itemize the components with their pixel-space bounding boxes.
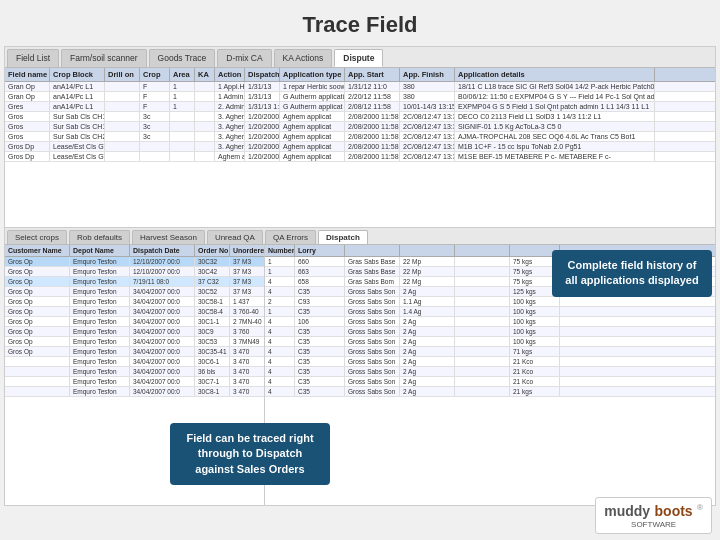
lower-table-row-right[interactable]: 4 C35 Gross Sabs Son 2 Ag 21 Kco <box>265 377 715 387</box>
cell-unordered: 3 470 <box>230 347 265 356</box>
lower-table-row[interactable]: Gros Op Emquro Tesfon 12/10/2007 00:0 30… <box>5 267 264 277</box>
upper-grid: Field name Crop Block Drill on Crop Area… <box>5 68 715 228</box>
cell-field: Gran Op <box>5 92 50 101</box>
lower-table-row-right[interactable]: 2 C93 Gross Sabs Son 1.1 Ag 100 kgs <box>265 297 715 307</box>
table-row[interactable]: Gres anA14/Pc L1 F 1 2. Admin. 1/31/13 1… <box>5 102 715 112</box>
cell-dispatch-date: 7/19/11 08:0 <box>130 277 195 286</box>
cell-action: 1 Appl.Herb. <box>215 82 245 91</box>
table-row[interactable]: Gran Op anA14/Pc L1 F 1 1 Admin. 1/31/13… <box>5 92 715 102</box>
cell-dispatch-date: 34/04/2007 00:0 <box>130 327 195 336</box>
lower-table-row-right[interactable]: 4 C35 Gross Sabs Son 2 Ag 100 kgs <box>265 337 715 347</box>
header-col4 <box>400 245 455 256</box>
cell-drill <box>105 82 140 91</box>
cell-area <box>170 152 195 161</box>
tab-goods-trace[interactable]: Goods Trace <box>149 49 216 67</box>
lower-table-row[interactable]: Gros Op Emquro Tesfon 34/04/2007 00:0 30… <box>5 317 264 327</box>
lower-table-row[interactable]: Gros Op Emquro Tesfon 34/04/2007 00:0 30… <box>5 337 264 347</box>
cell-ka <box>195 122 215 131</box>
lower-table-row-right[interactable]: 4 C35 Gross Sabs Son 2 Ag 21 kgs <box>265 387 715 397</box>
cell-app-type: Aghem applicat <box>280 122 345 131</box>
cell-unordered: 3 760-40 <box>230 307 265 316</box>
table-row[interactable]: Gros Sur Sab Cls CH1 3c 3. Aghem App. 1/… <box>5 122 715 132</box>
lower-table-row-right[interactable]: 4 C35 Gross Sabs Son 2 Ag 100 kgs <box>265 327 715 337</box>
table-row[interactable]: Gros Sur Sab Cls CH2 3c 3. Aghem App. 1/… <box>5 132 715 142</box>
table-row[interactable]: Gros Dp Lease/Est Cls GT 3. Aghem app. 1… <box>5 142 715 152</box>
lower-table-row-right[interactable]: 1 C35 Gross Sabs Son 1.4 Ag 100 kgs <box>265 307 715 317</box>
lower-tab-rob-defaults[interactable]: Rob defaults <box>69 230 130 244</box>
cell-ka <box>195 152 215 161</box>
cell-dispatch-date: 34/04/2007 00:0 <box>130 347 195 356</box>
cell-crop-block: Sur Sab Cls CH2 <box>50 132 105 141</box>
cell-ka <box>195 102 215 111</box>
cell-dispatch-date: 34/04/2007 00:0 <box>130 307 195 316</box>
lower-table-row-right[interactable]: 4 C35 Gross Sabs Son 2 Ag 21 Kco <box>265 367 715 377</box>
header-depot: Depot Name <box>70 245 130 256</box>
cell-dispatch-date: 34/04/2007 00:0 <box>130 317 195 326</box>
header-lorry: Lorry <box>295 245 345 256</box>
lower-table-row[interactable]: Gros Op Emquro Tesfon 34/04/2007 00:0 30… <box>5 297 264 307</box>
cell-crop-block: Sur Sab Cls CH1 <box>50 112 105 121</box>
cell-action: 3. Aghem App. <box>215 112 245 121</box>
header-col3 <box>345 245 400 256</box>
table-row[interactable]: Gran Op anA14/Pc L1 F 1 1 Appl.Herb. 1/3… <box>5 82 715 92</box>
cell-depot: Emquro Tesfon <box>70 337 130 346</box>
cell-app-details: SIGNIF-01 1.5 Kg AcToLa-3 C5 0 <box>455 122 655 131</box>
tab-d-mix-ca[interactable]: D-mix CA <box>217 49 271 67</box>
cell-ka <box>195 92 215 101</box>
header-dispatch-date: Dispatch Date <box>130 245 195 256</box>
lower-table-row-right[interactable]: 4 106 Gross Sabs Son 2 Ag 100 kgs <box>265 317 715 327</box>
lower-tab-dispatch[interactable]: Dispatch <box>318 230 368 244</box>
tooltip-dispatch: Field can be traced right through to Dis… <box>170 423 330 485</box>
cell-customer: Gros Op <box>5 287 70 296</box>
cell-drill <box>105 112 140 121</box>
cell-app-start: 2/08/12 11:58 <box>345 102 400 111</box>
cell-app-type: Aghem applicat <box>280 132 345 141</box>
lower-table-row[interactable]: Gros Op Emquro Tesfon 34/04/2007 00:0 30… <box>5 347 264 357</box>
cell-field: Gros <box>5 112 50 121</box>
logo-area: muddy boots ® SOFTWARE <box>595 497 712 534</box>
cell-unordered: 3 470 <box>230 377 265 386</box>
cell-crop <box>140 152 170 161</box>
lower-tab-qa-errors[interactable]: QA Errors <box>265 230 316 244</box>
cell-depot: Emquro Tesfon <box>70 387 130 396</box>
table-row[interactable]: Gros Dp Lease/Est Cls GT Aghem applicat … <box>5 152 715 162</box>
cell-customer: Gros Op <box>5 307 70 316</box>
lower-table-row-right[interactable]: 4 C35 Gross Sabs Son 2 Ag 21 Kco <box>265 357 715 367</box>
lower-table-row[interactable]: Emquro Tesfon 34/04/2007 00:0 30C7-1 3 4… <box>5 377 264 387</box>
cell-order-no: 30C58-1 <box>195 297 230 306</box>
cell-order-no: 30C53 <box>195 337 230 346</box>
header-unordered: Unordered <box>230 245 265 256</box>
cell-app-details: AJMA-TROPCHAL 208 SEC OQ6 4.6L Ac Trans … <box>455 132 655 141</box>
cell-crop: 3c <box>140 132 170 141</box>
header-number: Number <box>265 245 295 256</box>
lower-tab-unread-qa[interactable]: Unread QA <box>207 230 263 244</box>
cell-customer: Gros Op <box>5 317 70 326</box>
lower-tab-harvest[interactable]: Harvest Season <box>132 230 205 244</box>
lower-table-row[interactable]: Gros Op Emquro Tesfon 7/19/11 08:0 37 C3… <box>5 277 264 287</box>
tab-dispute[interactable]: Dispute <box>334 49 383 67</box>
lower-table-row[interactable]: Gros Op Emquro Tesfon 12/10/2007 00:0 30… <box>5 257 264 267</box>
cell-drill <box>105 142 140 151</box>
lower-table-row[interactable]: Emquro Tesfon 34/04/2007 00:0 30C8-1 3 4… <box>5 387 264 397</box>
header-crop: Crop <box>140 68 170 81</box>
tab-farm-soil[interactable]: Farm/soil scanner <box>61 49 147 67</box>
lower-table-row[interactable]: Gros Op Emquro Tesfon 34/04/2007 00:0 30… <box>5 327 264 337</box>
lower-table-row-right[interactable]: 4 C35 Gross Sabs Son 2 Ag 71 kgs <box>265 347 715 357</box>
logo-registered: ® <box>697 503 703 512</box>
tab-ka-actions[interactable]: KA Actions <box>274 49 333 67</box>
cell-action: 1 Admin. <box>215 92 245 101</box>
header-col5 <box>455 245 510 256</box>
lower-table-row[interactable]: Gros Op Emquro Tesfon 34/04/2007 00:0 30… <box>5 307 264 317</box>
lower-table-row[interactable]: Gros Op Emquro Tesfon 34/04/2007 00:0 30… <box>5 287 264 297</box>
cell-action: 3. Aghem App. <box>215 132 245 141</box>
cell-app-start: 2/08/2000 11:58 <box>345 132 400 141</box>
table-row[interactable]: Gros Sur Sab Cls CH1 3c 3. Aghem App. 1/… <box>5 112 715 122</box>
cell-action: 2. Admin. <box>215 102 245 111</box>
cell-order-no: 30C7-1 <box>195 377 230 386</box>
cell-app-finish: 2C/08/12:47 13:33 <box>400 152 455 161</box>
cell-customer: Gros Op <box>5 297 70 306</box>
lower-table-row[interactable]: Emquro Tesfon 34/04/2007 00:0 30C6-1 3 4… <box>5 357 264 367</box>
lower-tab-select-crops[interactable]: Select crops <box>7 230 67 244</box>
lower-table-row[interactable]: Emquro Tesfon 34/04/2007 00:0 36 bls 3 4… <box>5 367 264 377</box>
tab-field-list[interactable]: Field List <box>7 49 59 67</box>
